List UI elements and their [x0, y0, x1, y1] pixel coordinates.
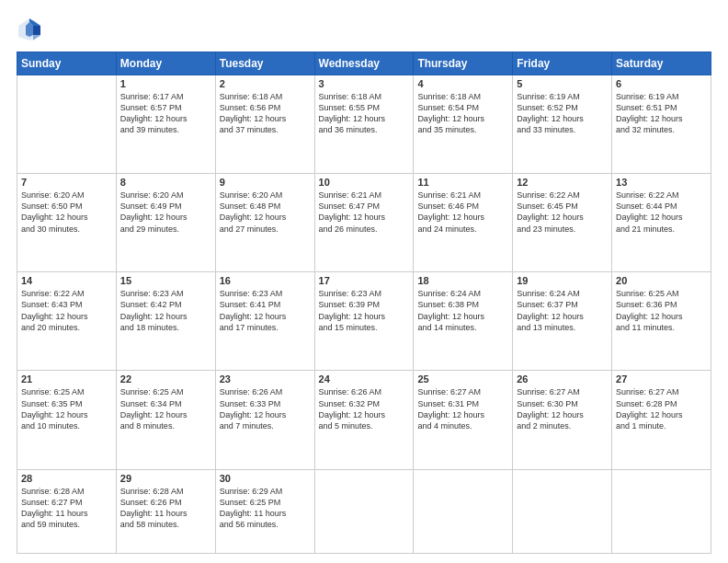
weekday-header: Friday	[513, 52, 612, 75]
day-info: Sunrise: 6:18 AM Sunset: 6:55 PM Dayligh…	[319, 91, 410, 136]
calendar-cell	[414, 469, 513, 554]
day-number: 3	[319, 78, 410, 89]
calendar-cell: 13Sunrise: 6:22 AM Sunset: 6:44 PM Dayli…	[612, 174, 711, 272]
day-number: 17	[319, 275, 410, 286]
day-info: Sunrise: 6:22 AM Sunset: 6:44 PM Dayligh…	[616, 190, 707, 235]
day-number: 21	[21, 373, 112, 385]
calendar-cell: 19Sunrise: 6:24 AM Sunset: 6:37 PM Dayli…	[513, 272, 612, 371]
page: SundayMondayTuesdayWednesdayThursdayFrid…	[0, 0, 728, 563]
day-info: Sunrise: 6:28 AM Sunset: 6:26 PM Dayligh…	[120, 486, 211, 531]
day-number: 12	[517, 177, 608, 188]
day-info: Sunrise: 6:29 AM Sunset: 6:25 PM Dayligh…	[220, 486, 311, 531]
calendar-cell: 17Sunrise: 6:23 AM Sunset: 6:39 PM Dayli…	[314, 272, 414, 371]
day-number: 5	[517, 78, 608, 89]
calendar-cell: 30Sunrise: 6:29 AM Sunset: 6:25 PM Dayli…	[215, 469, 314, 554]
day-number: 10	[319, 177, 410, 188]
day-number: 19	[517, 275, 608, 286]
day-info: Sunrise: 6:25 AM Sunset: 6:35 PM Dayligh…	[21, 386, 112, 431]
day-number: 1	[120, 78, 211, 89]
calendar-cell: 4Sunrise: 6:18 AM Sunset: 6:54 PM Daylig…	[414, 75, 513, 174]
day-number: 16	[220, 275, 311, 286]
day-number: 8	[120, 177, 211, 188]
day-number: 29	[120, 473, 211, 484]
day-info: Sunrise: 6:20 AM Sunset: 6:49 PM Dayligh…	[120, 190, 211, 235]
day-info: Sunrise: 6:23 AM Sunset: 6:39 PM Dayligh…	[319, 288, 410, 333]
day-number: 22	[120, 373, 211, 385]
weekday-header-row: SundayMondayTuesdayWednesdayThursdayFrid…	[17, 52, 711, 75]
day-number: 7	[21, 177, 112, 188]
calendar-cell	[612, 469, 711, 554]
day-info: Sunrise: 6:26 AM Sunset: 6:32 PM Dayligh…	[319, 386, 410, 431]
day-info: Sunrise: 6:20 AM Sunset: 6:48 PM Dayligh…	[220, 190, 311, 235]
header	[17, 17, 711, 42]
calendar-cell: 5Sunrise: 6:19 AM Sunset: 6:52 PM Daylig…	[513, 75, 612, 174]
weekday-header: Monday	[116, 52, 215, 75]
day-number: 26	[517, 373, 608, 385]
calendar-cell: 7Sunrise: 6:20 AM Sunset: 6:50 PM Daylig…	[17, 174, 117, 272]
day-info: Sunrise: 6:24 AM Sunset: 6:38 PM Dayligh…	[417, 288, 508, 333]
calendar-cell: 11Sunrise: 6:21 AM Sunset: 6:46 PM Dayli…	[414, 174, 513, 272]
day-info: Sunrise: 6:22 AM Sunset: 6:45 PM Dayligh…	[517, 190, 608, 235]
calendar-week-row: 1Sunrise: 6:17 AM Sunset: 6:57 PM Daylig…	[17, 75, 711, 174]
day-number: 30	[220, 473, 311, 484]
weekday-header: Saturday	[612, 52, 711, 75]
day-info: Sunrise: 6:18 AM Sunset: 6:56 PM Dayligh…	[220, 91, 311, 136]
calendar-cell: 23Sunrise: 6:26 AM Sunset: 6:33 PM Dayli…	[215, 371, 314, 469]
calendar-cell: 27Sunrise: 6:27 AM Sunset: 6:28 PM Dayli…	[612, 371, 711, 469]
day-number: 9	[220, 177, 311, 188]
weekday-header: Sunday	[17, 52, 117, 75]
day-info: Sunrise: 6:25 AM Sunset: 6:34 PM Dayligh…	[120, 386, 211, 431]
calendar-cell	[513, 469, 612, 554]
calendar-cell: 22Sunrise: 6:25 AM Sunset: 6:34 PM Dayli…	[116, 371, 215, 469]
calendar-cell: 24Sunrise: 6:26 AM Sunset: 6:32 PM Dayli…	[314, 371, 414, 469]
calendar-cell: 20Sunrise: 6:25 AM Sunset: 6:36 PM Dayli…	[612, 272, 711, 371]
calendar-week-row: 28Sunrise: 6:28 AM Sunset: 6:27 PM Dayli…	[17, 469, 711, 554]
day-info: Sunrise: 6:27 AM Sunset: 6:31 PM Dayligh…	[417, 386, 508, 431]
calendar-cell	[17, 75, 117, 174]
calendar-cell: 15Sunrise: 6:23 AM Sunset: 6:42 PM Dayli…	[116, 272, 215, 371]
day-number: 24	[319, 373, 410, 385]
calendar-week-row: 14Sunrise: 6:22 AM Sunset: 6:43 PM Dayli…	[17, 272, 711, 371]
day-number: 20	[616, 275, 707, 286]
day-number: 14	[21, 275, 112, 286]
day-info: Sunrise: 6:24 AM Sunset: 6:37 PM Dayligh…	[517, 288, 608, 333]
day-number: 18	[417, 275, 508, 286]
day-number: 13	[616, 177, 707, 188]
day-number: 15	[120, 275, 211, 286]
calendar-table: SundayMondayTuesdayWednesdayThursdayFrid…	[17, 52, 711, 554]
day-info: Sunrise: 6:21 AM Sunset: 6:46 PM Dayligh…	[417, 190, 508, 235]
calendar-cell: 1Sunrise: 6:17 AM Sunset: 6:57 PM Daylig…	[116, 75, 215, 174]
calendar-cell: 18Sunrise: 6:24 AM Sunset: 6:38 PM Dayli…	[414, 272, 513, 371]
day-number: 11	[417, 177, 508, 188]
calendar-cell: 25Sunrise: 6:27 AM Sunset: 6:31 PM Dayli…	[414, 371, 513, 469]
day-info: Sunrise: 6:19 AM Sunset: 6:52 PM Dayligh…	[517, 91, 608, 136]
svg-marker-3	[33, 26, 40, 35]
day-info: Sunrise: 6:18 AM Sunset: 6:54 PM Dayligh…	[417, 91, 508, 136]
weekday-header: Wednesday	[314, 52, 414, 75]
day-number: 23	[220, 373, 311, 385]
calendar-cell: 12Sunrise: 6:22 AM Sunset: 6:45 PM Dayli…	[513, 174, 612, 272]
weekday-header: Tuesday	[215, 52, 314, 75]
calendar-cell	[314, 469, 414, 554]
day-info: Sunrise: 6:19 AM Sunset: 6:51 PM Dayligh…	[616, 91, 707, 136]
weekday-header: Thursday	[414, 52, 513, 75]
calendar-week-row: 7Sunrise: 6:20 AM Sunset: 6:50 PM Daylig…	[17, 174, 711, 272]
day-number: 6	[616, 78, 707, 89]
day-info: Sunrise: 6:25 AM Sunset: 6:36 PM Dayligh…	[616, 288, 707, 333]
calendar-cell: 28Sunrise: 6:28 AM Sunset: 6:27 PM Dayli…	[17, 469, 117, 554]
day-info: Sunrise: 6:28 AM Sunset: 6:27 PM Dayligh…	[21, 486, 112, 531]
logo-icon	[17, 17, 42, 42]
day-info: Sunrise: 6:26 AM Sunset: 6:33 PM Dayligh…	[220, 386, 311, 431]
day-info: Sunrise: 6:20 AM Sunset: 6:50 PM Dayligh…	[21, 190, 112, 235]
day-info: Sunrise: 6:27 AM Sunset: 6:28 PM Dayligh…	[616, 386, 707, 431]
logo	[17, 17, 46, 42]
day-info: Sunrise: 6:23 AM Sunset: 6:42 PM Dayligh…	[120, 288, 211, 333]
day-info: Sunrise: 6:22 AM Sunset: 6:43 PM Dayligh…	[21, 288, 112, 333]
day-info: Sunrise: 6:17 AM Sunset: 6:57 PM Dayligh…	[120, 91, 211, 136]
calendar-cell: 21Sunrise: 6:25 AM Sunset: 6:35 PM Dayli…	[17, 371, 117, 469]
day-number: 28	[21, 473, 112, 484]
calendar-cell: 26Sunrise: 6:27 AM Sunset: 6:30 PM Dayli…	[513, 371, 612, 469]
day-number: 25	[417, 373, 508, 385]
calendar-cell: 10Sunrise: 6:21 AM Sunset: 6:47 PM Dayli…	[314, 174, 414, 272]
calendar-cell: 3Sunrise: 6:18 AM Sunset: 6:55 PM Daylig…	[314, 75, 414, 174]
